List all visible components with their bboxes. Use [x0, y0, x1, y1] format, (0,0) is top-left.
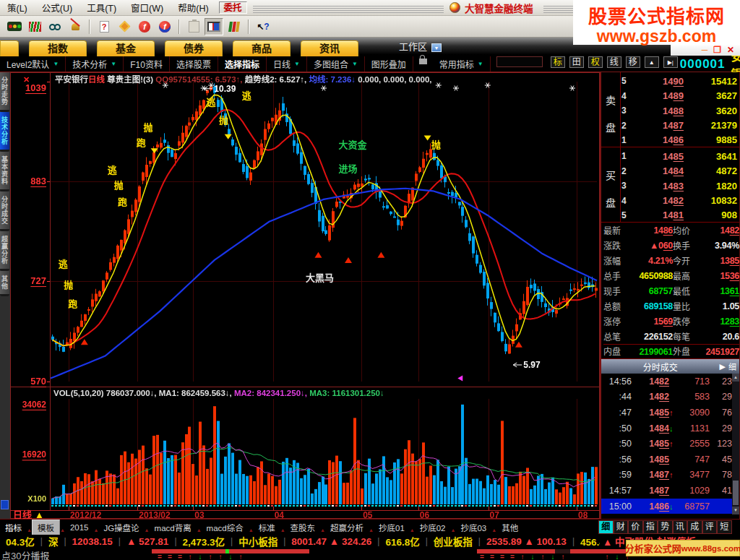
- stripes-icon[interactable]: [25, 18, 44, 35]
- menu-item-0[interactable]: 策(L): [0, 1, 35, 14]
- menu-item-4[interactable]: 帮助(H): [171, 1, 215, 14]
- tick-detail-button[interactable]: 细: [728, 361, 736, 372]
- mini-button-移[interactable]: 移: [626, 56, 640, 68]
- nav-item-2[interactable]: F10资料: [124, 56, 170, 72]
- tick-row[interactable]: 15:001486↓68757: [601, 499, 734, 514]
- book-row[interactable]: 414893627: [621, 88, 740, 103]
- panel-icon[interactable]: [205, 18, 223, 35]
- market-tab-partial[interactable]: [0, 40, 19, 56]
- nav-item-4[interactable]: 选择指标: [218, 56, 267, 72]
- book-row[interactable]: 114853641: [621, 149, 740, 164]
- bottom-tab-抄底01[interactable]: 抄底01: [374, 520, 410, 535]
- code-input[interactable]: [496, 56, 543, 67]
- mini-tab-细[interactable]: 细: [598, 520, 614, 534]
- nav-item-common-indicators[interactable]: 常用指标▼: [433, 56, 491, 72]
- menu-item-3[interactable]: 窗口(W): [124, 1, 171, 14]
- tick-scrollbar[interactable]: ▲ ▼: [732, 374, 739, 514]
- tick-row[interactable]: 14:56148271323: [601, 374, 734, 389]
- mini-tab-成[interactable]: 成: [687, 520, 702, 534]
- formula-icon-2[interactable]: f: [155, 18, 174, 35]
- bottom-tab-抄底03[interactable]: 抄底03: [455, 520, 491, 535]
- play-next-icon[interactable]: ▶|: [663, 56, 678, 68]
- book-row[interactable]: 5149015412: [621, 74, 740, 89]
- entrust-button[interactable]: 委托: [219, 1, 247, 14]
- help-pointer-icon[interactable]: ↖?: [254, 18, 272, 35]
- main-chart[interactable]: [10, 72, 600, 519]
- close-button[interactable]: ✕: [727, 46, 734, 55]
- nav-item-1[interactable]: 技术分析▼: [66, 56, 124, 72]
- mini-tab-指[interactable]: 指: [643, 520, 658, 534]
- scroll-down-icon[interactable]: ▼: [732, 507, 739, 514]
- market-tab-基金[interactable]: 基金: [97, 40, 155, 56]
- market-tab-债券[interactable]: 债券: [165, 40, 223, 56]
- tick-more-arrow-icon[interactable]: ▶: [720, 362, 726, 371]
- book-row[interactable]: 4148210832: [621, 193, 740, 208]
- bottom-tab-指标[interactable]: 指标: [0, 520, 27, 535]
- book-row[interactable]: 314883620: [621, 103, 740, 119]
- bottom-tab-2015[interactable]: 2015: [65, 522, 94, 533]
- menu-item-2[interactable]: 工具(T): [79, 1, 124, 14]
- bottom-tab-其他[interactable]: 其他: [496, 520, 523, 535]
- nav-item-0[interactable]: Level2默认▼: [0, 56, 66, 72]
- restore-button[interactable]: ❐: [713, 46, 721, 55]
- mini-button-田[interactable]: 田: [569, 56, 584, 68]
- nav-item-3[interactable]: 选择股票: [170, 56, 218, 72]
- book-row[interactable]: 214844872: [621, 163, 740, 178]
- mini-tab-短[interactable]: 短: [717, 520, 732, 534]
- scroll-thumb[interactable]: [733, 481, 739, 505]
- clipboard-icon[interactable]: [184, 18, 203, 35]
- tick-row[interactable]: :471485↑309076: [601, 405, 734, 421]
- mini-button-权[interactable]: 权: [588, 56, 603, 68]
- nav-item-5[interactable]: 日线▼: [267, 56, 307, 72]
- traffic-light-icon[interactable]: [5, 18, 24, 35]
- book-row[interactable]: 114869885: [621, 133, 740, 148]
- alarm-icon[interactable]: [66, 18, 85, 35]
- market-tab-商品[interactable]: 商品: [233, 40, 291, 56]
- bottom-tab-抄底02[interactable]: 抄底02: [415, 520, 451, 535]
- tick-row[interactable]: :501484↓113129: [601, 421, 734, 436]
- mini-tab-价[interactable]: 价: [628, 520, 643, 534]
- tick-row[interactable]: 14:571487102941: [601, 483, 734, 499]
- bottom-tab-查股东[interactable]: 查股东: [285, 520, 321, 535]
- nav-item-7[interactable]: 图形叠加: [365, 56, 413, 72]
- book-row[interactable]: 314831820: [621, 178, 740, 194]
- workspace-dropd-icon[interactable]: ▼: [431, 43, 442, 52]
- sidebar-tab-技术分析[interactable]: 技术分析: [0, 112, 9, 152]
- tick-row[interactable]: :501485↑2555123: [601, 436, 734, 452]
- bottom-tab-JG操盘论[interactable]: JG操盘论: [98, 520, 144, 535]
- mini-tab-讯[interactable]: 讯: [673, 520, 688, 534]
- books-icon[interactable]: [225, 18, 244, 35]
- mini-button-标[interactable]: 标: [551, 56, 565, 68]
- mini-tab-财[interactable]: 财: [614, 520, 629, 534]
- sidebar-tab-其他[interactable]: 其他: [0, 271, 9, 296]
- binoculars-icon[interactable]: [46, 18, 64, 35]
- tick-row[interactable]: :591487↑347778: [601, 468, 734, 483]
- mini-button-线[interactable]: 线: [607, 56, 621, 68]
- bottom-tab-macd背离[interactable]: macd背离: [150, 520, 197, 535]
- minimize-button[interactable]: ─: [702, 46, 708, 55]
- menu-item-1[interactable]: 公式(U): [35, 1, 79, 14]
- bottom-tab-macd综合[interactable]: macd综合: [202, 520, 249, 535]
- diamond-icon[interactable]: [115, 18, 134, 35]
- sidebar-tab-分时成交[interactable]: 分时成交: [0, 191, 9, 231]
- scroll-up-icon[interactable]: ▲: [732, 374, 739, 382]
- tick-panel-header[interactable]: 分时成交 ▶ 细: [601, 359, 739, 374]
- book-row[interactable]: 2148721379: [621, 118, 740, 133]
- query-icon[interactable]: ?: [95, 18, 113, 35]
- bottom-tab-标准[interactable]: 标准: [254, 520, 280, 535]
- mini-tab-势[interactable]: 势: [658, 520, 673, 534]
- bottom-tab-模板[interactable]: 模板: [32, 520, 60, 535]
- bottom-tab-超赢分析[interactable]: 超赢分析: [325, 520, 369, 535]
- market-tab-资讯[interactable]: 资讯: [301, 40, 358, 56]
- formula-icon-1[interactable]: f: [135, 18, 154, 35]
- workspace-label[interactable]: 工作区: [399, 39, 427, 53]
- sidebar-tab-基本资料[interactable]: 基本资料: [0, 152, 9, 191]
- book-row[interactable]: 51481908: [621, 208, 740, 223]
- sidebar-tab-超赢分析[interactable]: 超赢分析: [0, 231, 9, 271]
- market-tab-指数[interactable]: 指数: [29, 40, 87, 56]
- mini-tab-评[interactable]: 评: [702, 520, 718, 534]
- sidebar-tab-分时走势[interactable]: 分时走势: [0, 72, 9, 112]
- nav-item-6[interactable]: 多图组合▼: [307, 56, 365, 72]
- tick-row[interactable]: :56148574745: [601, 452, 734, 468]
- panel-up-icon[interactable]: ▲: [645, 56, 659, 68]
